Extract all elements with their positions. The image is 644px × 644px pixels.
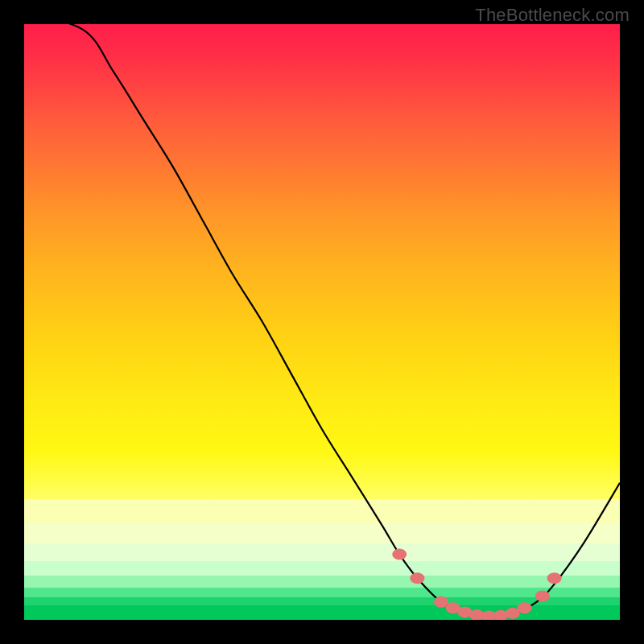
data-marker <box>535 590 550 601</box>
data-marker <box>434 597 448 608</box>
data-marker <box>518 602 532 613</box>
data-marker <box>547 572 562 584</box>
bottleneck-curve <box>24 24 620 617</box>
watermark-text: TheBottleneck.com <box>475 5 630 26</box>
data-marker <box>410 572 424 584</box>
curve-markers <box>392 549 561 620</box>
chart-svg <box>24 24 620 620</box>
plot-area <box>24 24 620 620</box>
data-marker <box>392 549 407 560</box>
